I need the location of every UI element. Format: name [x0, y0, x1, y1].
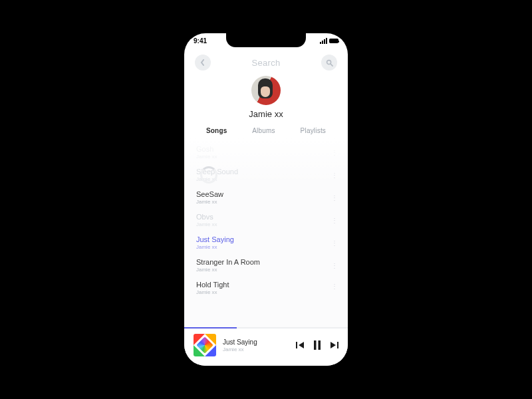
back-button[interactable]	[195, 55, 211, 70]
artist-name: Jamie xx	[249, 109, 283, 119]
song-title: Stranger In A Room	[196, 258, 336, 266]
more-icon[interactable]: ⋮	[331, 283, 338, 290]
now-playing-info: Just Saying Jamie xx	[223, 338, 257, 352]
svg-rect-2	[296, 342, 297, 348]
tabs: Songs Albums Playlists	[184, 124, 348, 138]
more-icon[interactable]: ⋮	[331, 172, 338, 179]
song-row[interactable]: Hold Tight Jamie xx ⋮	[184, 277, 348, 295]
now-playing-artist: Jamie xx	[223, 346, 257, 352]
progress-fill	[184, 327, 237, 329]
artist-header: Jamie xx	[184, 73, 348, 124]
song-title: SeeSaw	[196, 190, 336, 198]
svg-rect-3	[314, 340, 317, 350]
svg-line-1	[331, 64, 332, 66]
more-icon[interactable]: ⋮	[331, 194, 338, 201]
song-row[interactable]: Obvs Jamie xx ⋮	[184, 209, 348, 231]
more-icon[interactable]: ⋮	[331, 217, 338, 224]
more-icon[interactable]: ⋮	[331, 239, 338, 247]
song-title: Just Saying	[196, 235, 336, 243]
top-bar: Search	[184, 48, 348, 73]
song-artist: Jamie xx	[196, 221, 336, 227]
now-playing-title: Just Saying	[223, 338, 257, 346]
player-controls	[296, 340, 338, 350]
song-row[interactable]: Gosh Jamie xx ⋮	[184, 141, 348, 164]
tab-playlists[interactable]: Playlists	[301, 127, 326, 134]
skip-back-icon	[296, 341, 305, 349]
song-artist: Jamie xx	[196, 154, 336, 160]
song-list[interactable]: Gosh Jamie xx ⋮ Sleep Sound Jamie xx ⋮ S…	[184, 138, 348, 327]
song-title: Gosh	[196, 145, 336, 153]
song-artist: Jamie xx	[196, 267, 336, 273]
song-artist: Jamie xx	[196, 199, 336, 205]
svg-rect-4	[319, 340, 321, 350]
loading-spinner-icon	[200, 166, 217, 184]
svg-point-0	[327, 60, 331, 64]
phone-frame: 9:41 Search Jamie xx Songs Albums Playli…	[184, 33, 348, 366]
svg-rect-5	[337, 342, 338, 348]
album-art[interactable]	[194, 334, 216, 356]
artist-avatar[interactable]	[251, 76, 281, 105]
progress-bar[interactable]	[184, 327, 348, 329]
tab-songs[interactable]: Songs	[206, 127, 227, 134]
song-row[interactable]: Just Saying Jamie xx ⋮	[184, 231, 348, 254]
previous-button[interactable]	[296, 341, 305, 349]
now-playing-bar[interactable]: Just Saying Jamie xx	[184, 329, 348, 366]
battery-icon	[329, 39, 338, 43]
search-button[interactable]	[321, 55, 337, 70]
next-button[interactable]	[329, 341, 338, 349]
song-title: Hold Tight	[196, 281, 336, 289]
signal-icon	[320, 38, 327, 44]
song-row[interactable]: SeeSaw Jamie xx ⋮	[184, 186, 348, 209]
search-icon	[326, 59, 333, 66]
song-title: Obvs	[196, 213, 336, 221]
status-time: 9:41	[194, 37, 207, 45]
song-row[interactable]: Stranger In A Room Jamie xx ⋮	[184, 254, 348, 277]
page-title: Search	[252, 58, 281, 68]
pause-icon	[313, 340, 321, 350]
screen: Search Jamie xx Songs Albums Playlists G…	[184, 48, 348, 366]
more-icon[interactable]: ⋮	[331, 262, 338, 269]
notch	[226, 33, 306, 47]
song-artist: Jamie xx	[196, 289, 336, 295]
more-icon[interactable]: ⋮	[331, 149, 338, 156]
chevron-left-icon	[200, 59, 206, 66]
song-artist: Jamie xx	[196, 244, 336, 250]
skip-forward-icon	[329, 341, 338, 349]
tab-albums[interactable]: Albums	[252, 127, 275, 134]
pause-button[interactable]	[313, 340, 321, 350]
